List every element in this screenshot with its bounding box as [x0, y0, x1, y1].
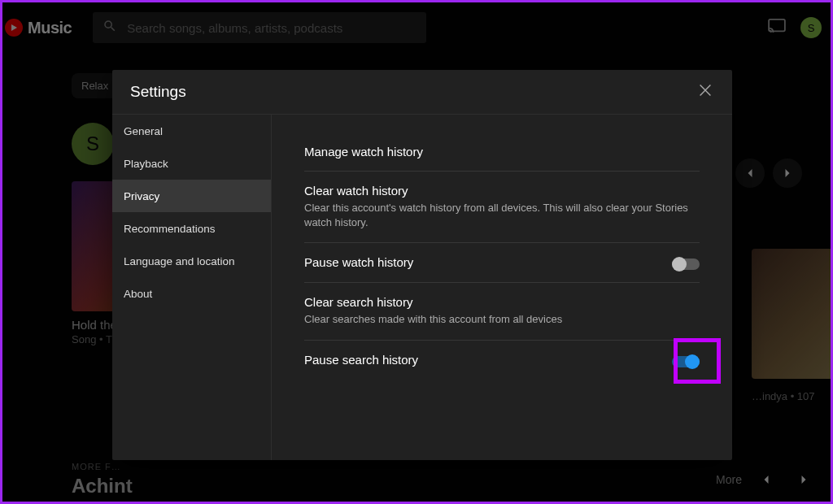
row-title: Manage watch history — [304, 145, 700, 159]
sidebar-item-playback[interactable]: Playback — [112, 147, 271, 180]
modal-title: Settings — [130, 83, 186, 101]
row-clear-search-history[interactable]: Clear search history Clear searches made… — [304, 283, 700, 340]
toggle-knob — [672, 257, 687, 272]
modal-header: Settings — [112, 70, 732, 114]
row-pause-search-history: Pause search history — [304, 341, 700, 380]
row-title: Pause watch history — [304, 255, 652, 269]
pause-watch-toggle[interactable] — [672, 259, 700, 270]
settings-content: Manage watch history Clear watch history… — [272, 115, 732, 460]
settings-sidebar: General Playback Privacy Recommendations… — [112, 115, 272, 460]
settings-modal: Settings General Playback Privacy Recomm… — [112, 70, 732, 460]
sidebar-item-recommendations[interactable]: Recommendations — [112, 212, 271, 245]
row-title: Clear search history — [304, 295, 700, 309]
row-title: Pause search history — [304, 353, 652, 367]
sidebar-item-privacy[interactable]: Privacy — [112, 180, 271, 212]
app-root: Music S Relax S Hold the… — [0, 0, 833, 504]
row-desc: Clear searches made with this account fr… — [304, 312, 700, 327]
sidebar-item-language[interactable]: Language and location — [112, 245, 271, 277]
pause-search-toggle[interactable] — [672, 356, 700, 367]
sidebar-item-about[interactable]: About — [112, 277, 271, 310]
sidebar-item-general[interactable]: General — [112, 115, 271, 147]
modal-body: General Playback Privacy Recommendations… — [112, 114, 732, 460]
row-manage-watch-history[interactable]: Manage watch history — [304, 133, 700, 172]
row-pause-watch-history: Pause watch history — [304, 243, 700, 283]
row-title: Clear watch history — [304, 184, 700, 198]
row-desc: Clear this account's watch history from … — [304, 201, 700, 230]
close-button[interactable] — [696, 81, 714, 102]
toggle-knob — [685, 354, 700, 369]
close-icon — [696, 88, 714, 102]
row-clear-watch-history[interactable]: Clear watch history Clear this account's… — [304, 172, 700, 243]
